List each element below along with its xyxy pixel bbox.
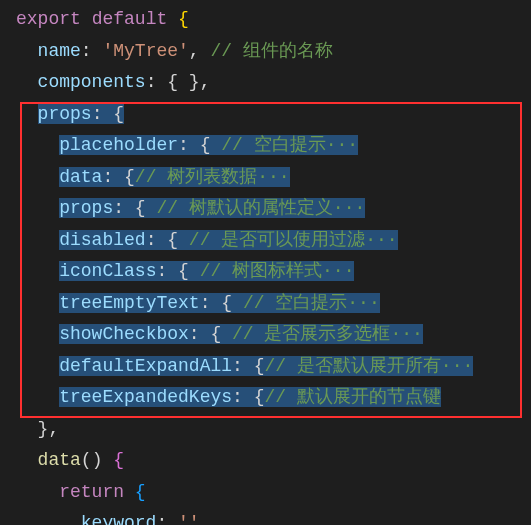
code-editor[interactable]: export default { name: 'MyTree', // 组件的名… — [0, 0, 531, 525]
prop-key: placeholder — [59, 135, 178, 155]
code-line: data: {// 树列表数据··· — [16, 162, 531, 194]
keyword-default: default — [92, 9, 168, 29]
prop-key: data — [59, 167, 102, 187]
comment: // 是否默认展开所有··· — [264, 356, 473, 376]
prop-key: showCheckbox — [59, 324, 189, 344]
code-line: iconClass: { // 树图标样式··· — [16, 256, 531, 288]
prop-key: props — [38, 104, 92, 124]
code-line: showCheckbox: { // 是否展示多选框··· — [16, 319, 531, 351]
keyword-export: export — [16, 9, 81, 29]
prop-key: disabled — [59, 230, 145, 250]
comment: // 组件的名称 — [200, 41, 333, 61]
comment: // 树图标样式··· — [200, 261, 355, 281]
code-line: }, — [16, 414, 531, 446]
code-line: keyword: '', — [16, 508, 531, 525]
code-line: props: { — [16, 99, 531, 131]
comment: // 树默认的属性定义··· — [156, 198, 365, 218]
prop-key: name — [38, 41, 81, 61]
prop-key: treeEmptyText — [59, 293, 199, 313]
comment: // 树列表数据··· — [135, 167, 290, 187]
prop-key: components — [38, 72, 146, 92]
comment: // 空白提示··· — [221, 135, 358, 155]
prop-key: defaultExpandAll — [59, 356, 232, 376]
code-line: treeEmptyText: { // 空白提示··· — [16, 288, 531, 320]
code-line: disabled: { // 是否可以使用过滤··· — [16, 225, 531, 257]
code-line: props: { // 树默认的属性定义··· — [16, 193, 531, 225]
string-literal: 'MyTree' — [102, 41, 188, 61]
comment: // 是否展示多选框··· — [232, 324, 423, 344]
brace: { — [167, 9, 189, 29]
comment: // 是否可以使用过滤··· — [189, 230, 398, 250]
prop-key: treeExpandedKeys — [59, 387, 232, 407]
code-line: components: { }, — [16, 67, 531, 99]
code-line: placeholder: { // 空白提示··· — [16, 130, 531, 162]
comment: // 默认展开的节点键 — [264, 387, 440, 407]
code-line: name: 'MyTree', // 组件的名称 — [16, 36, 531, 68]
code-line: return { — [16, 477, 531, 509]
keyword-return: return — [59, 482, 124, 502]
code-line: treeExpandedKeys: {// 默认展开的节点键 — [16, 382, 531, 414]
function-name: data — [38, 450, 81, 470]
prop-key: props — [59, 198, 113, 218]
code-line: export default { — [16, 4, 531, 36]
comment: // 空白提示··· — [243, 293, 380, 313]
code-line: defaultExpandAll: {// 是否默认展开所有··· — [16, 351, 531, 383]
string-literal: '' — [178, 513, 200, 525]
prop-key: keyword — [81, 513, 157, 525]
code-line: data() { — [16, 445, 531, 477]
prop-key: iconClass — [59, 261, 156, 281]
